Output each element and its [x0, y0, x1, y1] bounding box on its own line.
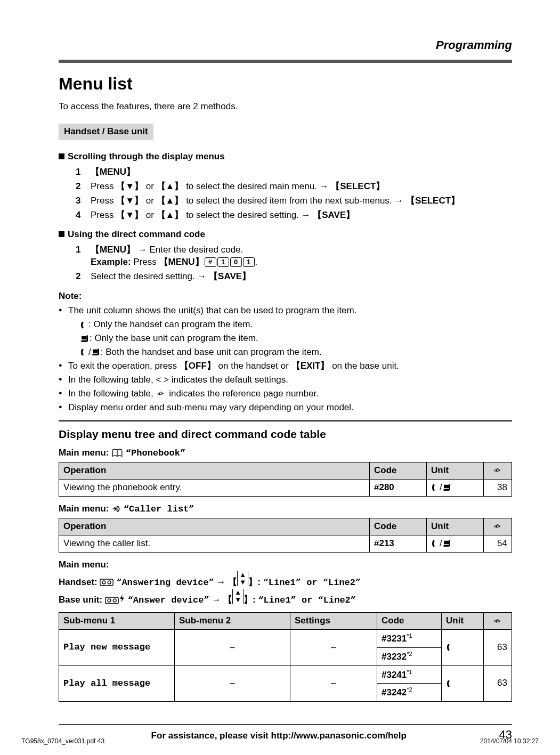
- main-menu-callerlist: Main menu: “Caller list”: [59, 503, 512, 516]
- base-unit-icon: [442, 483, 452, 492]
- th-pointer: [484, 518, 512, 535]
- cell-code: #280: [370, 479, 427, 496]
- arrow: →: [214, 577, 228, 587]
- scroll-heading: Scrolling through the display menus: [59, 151, 512, 163]
- th-pointer: [484, 462, 512, 479]
- text: The unit column shows the unit(s) that c…: [68, 305, 356, 315]
- text: → Enter the desired code.: [135, 245, 243, 255]
- text: or: [143, 196, 157, 206]
- cell-settings: –: [290, 630, 377, 665]
- cell-code: #213: [370, 535, 427, 552]
- menu-name: “Answer device”: [128, 595, 209, 605]
- th-operation: Operation: [59, 518, 370, 535]
- text: to select the desired setting. →: [183, 210, 313, 220]
- text: or: [143, 181, 157, 191]
- cell-page: 38: [484, 479, 512, 496]
- table-row: Play all message – – #3241*1 63: [59, 665, 512, 684]
- pointer-icon: [492, 523, 503, 530]
- cell-unit: /: [427, 535, 484, 552]
- note-subitem: : Only the handset can program the item.: [68, 319, 512, 331]
- print-footer: TG958x_0704_ver031.pdf 43 2014/07/04 10:…: [21, 737, 539, 745]
- note-item: The unit column shows the unit(s) that c…: [59, 305, 512, 359]
- note-item: Display menu order and sub-menu may vary…: [59, 402, 512, 414]
- text: on the handset or: [216, 361, 291, 371]
- text: or: [143, 210, 157, 220]
- step-num: 3: [76, 195, 91, 207]
- main-menu-answering: Main menu: Handset: “Answering device” →…: [59, 559, 512, 607]
- subtitle: Display menu tree and direct command cod…: [59, 427, 512, 442]
- key-save: SAVE: [322, 210, 346, 220]
- handset-icon: [80, 321, 88, 329]
- label: Main menu:: [59, 504, 111, 514]
- pointer-icon: [492, 618, 503, 625]
- key-select: SELECT: [340, 181, 376, 191]
- handset-icon: [431, 483, 440, 492]
- up-down-icon: ▲▼: [232, 589, 244, 604]
- text: : Only the handset can program the item.: [88, 319, 253, 329]
- handset-icon: [446, 679, 455, 688]
- divider: [59, 420, 512, 421]
- text: : Only the base unit can program the ite…: [90, 333, 258, 343]
- square-bullet-icon: [59, 231, 64, 237]
- keycap-hash: #: [205, 257, 216, 267]
- pointer-icon: [156, 390, 166, 397]
- keycap-1: 1: [217, 257, 229, 267]
- main-menu-phonebook: Main menu: “Phonebook”: [59, 447, 512, 460]
- square-bullet-icon: [59, 153, 64, 159]
- step-body: Select the desired setting. → 【SAVE】: [91, 271, 512, 283]
- key-up: ▲: [166, 196, 175, 206]
- cell-submenu2: –: [175, 665, 290, 701]
- arrow: →: [209, 595, 223, 605]
- text: To exit the operation, press: [68, 361, 180, 371]
- th-code: Code: [370, 462, 427, 479]
- handset-icon: [80, 348, 88, 356]
- up-down-icon: ▲▼: [237, 571, 248, 586]
- th-submenu1: Sub-menu 1: [59, 613, 175, 630]
- cell-code: #3242*2: [377, 684, 442, 702]
- th-operation: Operation: [59, 462, 370, 479]
- pointer-icon: [492, 467, 503, 474]
- cell-code: #3241*1: [377, 665, 442, 684]
- note-label: Note:: [59, 290, 512, 303]
- menu-name: “Answering device”: [116, 578, 214, 588]
- key-save: SAVE: [218, 271, 242, 281]
- direct-heading: Using the direct command code: [59, 229, 512, 241]
- cell-unit: [442, 665, 484, 701]
- baseunit-prefix: Base unit:: [59, 595, 105, 605]
- base-unit-icon: [91, 348, 101, 356]
- table-row: Viewing the caller list. #213 / 54: [59, 535, 512, 552]
- page-section-header: Programming: [59, 37, 512, 53]
- intro-text: To access the features, there are 2 meth…: [59, 101, 512, 113]
- text: Press: [91, 210, 116, 220]
- table-row: Viewing the phonebook entry. #280 / 38: [59, 479, 512, 496]
- key-off: OFF: [189, 361, 207, 371]
- th-settings: Settings: [290, 613, 377, 630]
- cell-unit: [442, 630, 484, 665]
- key-up: ▲: [166, 210, 175, 220]
- cell-operation: Viewing the caller list.: [59, 535, 370, 552]
- th-unit: Unit: [427, 462, 484, 479]
- step-num: 2: [76, 181, 91, 193]
- text: on the base unit.: [329, 361, 399, 371]
- step-num: 1: [76, 166, 91, 178]
- text: Press: [131, 257, 159, 267]
- key-up: ▲: [166, 181, 175, 191]
- label: Main menu:: [59, 559, 109, 570]
- th-unit: Unit: [442, 613, 484, 630]
- menu-name: “Phonebook”: [126, 448, 185, 458]
- key-select: SELECT: [415, 196, 451, 206]
- cell-page: 63: [484, 630, 512, 665]
- header-rule: [59, 60, 512, 63]
- step-num: 1: [76, 244, 91, 269]
- book-icon: [111, 449, 123, 457]
- step-body: 【MENU】 → Enter the desired code. Example…: [91, 244, 512, 269]
- cell-code: #3231*1: [377, 630, 442, 648]
- text: In the following table,: [68, 388, 156, 399]
- direct-heading-text: Using the direct command code: [68, 229, 205, 239]
- key-exit: EXIT: [301, 361, 321, 371]
- cell-unit: /: [427, 479, 484, 496]
- tape-icon: [100, 579, 113, 586]
- key-down: ▼: [125, 196, 134, 206]
- keycap-0: 0: [230, 257, 242, 267]
- handset-icon: [446, 643, 455, 652]
